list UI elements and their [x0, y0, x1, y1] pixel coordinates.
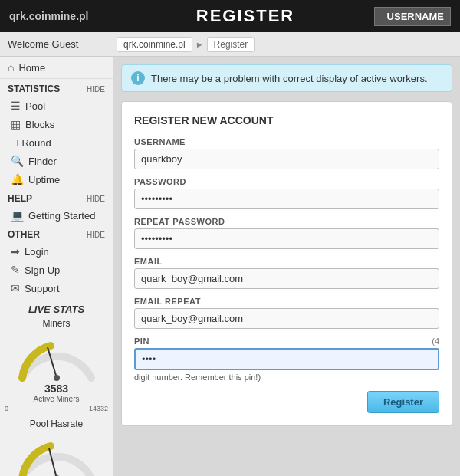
email-repeat-input[interactable]: [134, 308, 439, 329]
sidebar-item-blocks[interactable]: ▦ Blocks: [0, 115, 113, 133]
sidebar-item-round[interactable]: □ Round: [0, 133, 113, 152]
help-hide-btn[interactable]: HIDE: [87, 195, 105, 203]
repeat-password-input[interactable]: [134, 228, 439, 249]
sidebar-item-signup[interactable]: ✎ Sign Up: [0, 261, 113, 279]
pin-field-group: PIN (4 digit number. Remember this pin!): [134, 336, 439, 382]
info-banner: i There may be a problem with correct di…: [121, 64, 452, 92]
svg-point-1: [54, 375, 60, 381]
email-input[interactable]: [134, 268, 439, 289]
email-repeat-label: EMAIL REPEAT: [134, 297, 439, 306]
miners-gauge: [11, 332, 103, 386]
username-input[interactable]: [134, 149, 439, 169]
pin-count: (4: [432, 336, 439, 346]
live-stats-section: LIVE STATS Miners 3583 Active Miners 0 1…: [0, 297, 113, 476]
home-icon: ⌂: [8, 61, 14, 74]
sidebar-getting-started-label: Getting Started: [28, 210, 95, 222]
monitor-icon: 💻: [11, 209, 24, 222]
info-icon: i: [131, 71, 145, 85]
sidebar: ⌂ Home STATISTICS HIDE ☰ Pool ▦ Blocks □…: [0, 57, 113, 476]
miners-label: Miners: [5, 318, 108, 329]
sidebar-item-uptime[interactable]: 🔔 Uptime: [0, 170, 113, 189]
email-label: EMAIL: [134, 257, 439, 266]
header-logo: qrk.coinmine.pl: [9, 10, 117, 22]
header-title: REGISTER: [117, 6, 374, 26]
help-section-header: HELP HIDE: [0, 189, 113, 206]
miners-min: 0: [5, 405, 8, 412]
content-area: i There may be a problem with correct di…: [113, 57, 460, 476]
hashrate-gauge: [11, 432, 103, 476]
sidebar-pool-label: Pool: [25, 100, 45, 112]
svg-line-2: [49, 448, 57, 476]
miners-gauge-svg: [11, 332, 103, 382]
info-message: There may be a problem with correct disp…: [151, 73, 428, 84]
register-button[interactable]: Register: [367, 391, 439, 413]
subheader: Welcome Guest qrk.coinmine.pl ► Register: [0, 32, 460, 57]
repeat-password-label: REPEAT PASSWORD: [134, 217, 439, 226]
sidebar-finder-label: Finder: [28, 156, 57, 167]
sidebar-signup-label: Sign Up: [25, 264, 60, 276]
pin-hint: digit number. Remember this pin!): [134, 373, 439, 382]
svg-line-0: [48, 347, 57, 378]
password-input[interactable]: [134, 189, 439, 209]
welcome-text: Welcome Guest: [8, 38, 107, 50]
sidebar-login-label: Login: [25, 246, 49, 258]
register-btn-row: Register: [134, 391, 439, 413]
miners-max: 14332: [89, 405, 108, 412]
password-field-group: PASSWORD: [134, 177, 439, 209]
repeat-password-field-group: REPEAT PASSWORD: [134, 217, 439, 249]
pin-label: PIN: [134, 336, 150, 346]
other-hide-btn[interactable]: HIDE: [87, 231, 105, 239]
sidebar-item-finder[interactable]: 🔍 Finder: [0, 152, 113, 170]
other-section-title: OTHER: [8, 229, 40, 240]
sidebar-uptime-label: Uptime: [28, 174, 60, 185]
email-field-group: EMAIL: [134, 257, 439, 289]
sidebar-item-login[interactable]: ➡ Login: [0, 242, 113, 261]
round-icon: □: [11, 136, 17, 149]
signup-icon: ✎: [11, 264, 20, 276]
sidebar-item-support[interactable]: ✉ Support: [0, 279, 113, 297]
sidebar-item-getting-started[interactable]: 💻 Getting Started: [0, 206, 113, 225]
live-stats-title: LIVE STATS: [5, 304, 108, 315]
password-label: PASSWORD: [134, 177, 439, 186]
sidebar-home-label: Home: [18, 62, 45, 74]
sidebar-item-home[interactable]: ⌂ Home: [0, 57, 113, 79]
stats-section-header: STATISTICS HIDE: [0, 79, 113, 97]
email-repeat-field-group: EMAIL REPEAT: [134, 297, 439, 329]
register-title: REGISTER NEW ACCOUNT: [134, 114, 439, 126]
miners-minmax: 0 14332: [5, 405, 108, 412]
breadcrumb: qrk.coinmine.pl ► Register: [117, 37, 255, 52]
miners-sublabel: Active Miners: [5, 395, 108, 403]
pin-label-row: PIN (4: [134, 336, 439, 346]
sidebar-support-label: Support: [25, 283, 60, 294]
sidebar-blocks-label: Blocks: [25, 119, 54, 130]
sidebar-item-pool[interactable]: ☰ Pool: [0, 97, 113, 115]
header: qrk.coinmine.pl REGISTER USERNAME: [0, 0, 460, 32]
username-field-group: USERNAME: [134, 137, 439, 169]
finder-icon: 🔍: [11, 155, 24, 167]
help-section-title: HELP: [8, 193, 32, 204]
login-icon: ➡: [11, 245, 20, 258]
blocks-icon: ▦: [11, 118, 21, 130]
support-icon: ✉: [11, 282, 20, 294]
register-box: REGISTER NEW ACCOUNT USERNAME PASSWORD R…: [121, 101, 452, 426]
hashrate-label: Pool Hasrate: [5, 419, 108, 429]
sidebar-round-label: Round: [21, 137, 51, 149]
breadcrumb-register[interactable]: Register: [207, 37, 255, 52]
stats-hide-btn[interactable]: HIDE: [87, 85, 105, 94]
main-layout: ⌂ Home STATISTICS HIDE ☰ Pool ▦ Blocks □…: [0, 57, 460, 476]
pin-input[interactable]: [134, 348, 439, 370]
uptime-icon: 🔔: [11, 173, 24, 185]
header-user[interactable]: USERNAME: [374, 7, 451, 26]
breadcrumb-sep: ►: [196, 40, 204, 49]
breadcrumb-home[interactable]: qrk.coinmine.pl: [117, 37, 192, 52]
hashrate-gauge-svg: [11, 432, 103, 476]
other-section-header: OTHER HIDE: [0, 225, 113, 242]
stats-section-title: STATISTICS: [8, 84, 60, 94]
pool-icon: ☰: [11, 100, 21, 112]
username-label: USERNAME: [134, 137, 439, 146]
